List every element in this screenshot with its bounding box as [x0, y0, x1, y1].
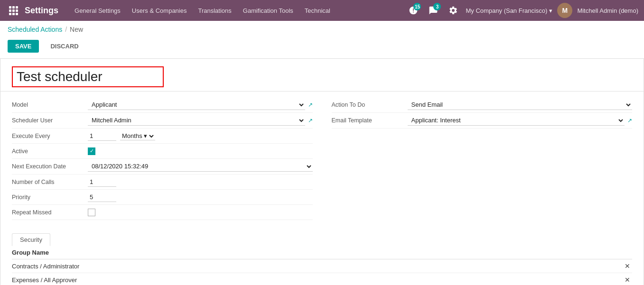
- svg-rect-5: [16, 9, 18, 12]
- nav-translations[interactable]: Translations: [193, 4, 236, 17]
- active-label: Active: [12, 148, 88, 155]
- number-of-calls-input[interactable]: [88, 177, 116, 187]
- svg-rect-3: [9, 9, 11, 12]
- svg-rect-6: [9, 13, 11, 15]
- form-right-col: Action To Do Send Email Email Template A…: [332, 97, 633, 220]
- table-header: Group Name: [12, 246, 632, 259]
- settings-badge[interactable]: [446, 3, 461, 18]
- execute-every-value: Months ▾: [88, 131, 313, 141]
- repeat-missed-value: [88, 209, 313, 216]
- form-section: Model Applicant ↗ Scheduler User Mitchel…: [0, 97, 644, 228]
- table-row: Expenses / All Approver ✕: [12, 273, 632, 285]
- action-to-do-row: Action To Do Send Email: [332, 97, 633, 113]
- repeat-missed-row: Repeat Missed: [12, 205, 313, 220]
- nav-general-settings[interactable]: General Settings: [70, 4, 125, 17]
- save-button[interactable]: SAVE: [8, 40, 39, 53]
- discard-button[interactable]: DISCARD: [43, 40, 86, 53]
- nav-users-companies[interactable]: Users & Companies: [127, 4, 192, 17]
- email-template-ext-link-icon[interactable]: ↗: [627, 117, 632, 124]
- navbar: Settings General Settings Users & Compan…: [0, 0, 644, 21]
- activity-badge[interactable]: 15: [406, 3, 421, 18]
- group-name-header: Group Name: [12, 249, 632, 256]
- model-label: Model: [12, 101, 88, 108]
- scheduler-user-value: Mitchell Admin ↗: [88, 115, 313, 126]
- breadcrumb-parent[interactable]: Scheduled Actions: [8, 26, 62, 33]
- remove-row-0-button[interactable]: ✕: [625, 262, 630, 270]
- group-name-1: Expenses / All Approver: [12, 276, 625, 284]
- repeat-missed-label: Repeat Missed: [12, 209, 88, 216]
- action-to-do-value: Send Email: [408, 100, 633, 110]
- group-name-0: Contracts / Administrator: [12, 263, 625, 270]
- app-brand: Settings: [25, 6, 58, 16]
- user-name[interactable]: Mitchell Admin (demo): [577, 7, 638, 14]
- svg-rect-0: [9, 6, 11, 9]
- navbar-right: 15 3 My Company (San Francisco) ▾ M Mitc…: [406, 3, 638, 18]
- message-badge[interactable]: 3: [426, 3, 441, 18]
- breadcrumb: Scheduled Actions / New: [0, 21, 644, 38]
- priority-row: Priority: [12, 190, 313, 205]
- nav-gamification-tools[interactable]: Gamification Tools: [238, 4, 298, 17]
- scheduler-user-row: Scheduler User Mitchell Admin ↗: [12, 113, 313, 129]
- priority-label: Priority: [12, 194, 88, 201]
- repeat-missed-checkbox[interactable]: [88, 209, 95, 216]
- user-avatar[interactable]: M: [557, 3, 572, 18]
- svg-rect-8: [16, 13, 18, 15]
- security-section: Security: [0, 228, 644, 246]
- execute-every-row: Execute Every Months ▾: [12, 129, 313, 144]
- active-checkbox[interactable]: ✓: [88, 147, 95, 155]
- scheduler-user-select[interactable]: Mitchell Admin: [88, 115, 305, 126]
- form-left-col: Model Applicant ↗ Scheduler User Mitchel…: [12, 97, 313, 220]
- svg-rect-2: [16, 6, 18, 9]
- next-execution-label: Next Execution Date: [12, 163, 88, 170]
- active-value: ✓: [88, 147, 313, 155]
- security-tab[interactable]: Security: [12, 233, 50, 246]
- execute-every-input[interactable]: [88, 131, 116, 141]
- execute-every-label: Execute Every: [12, 133, 88, 139]
- model-ext-link-icon[interactable]: ↗: [308, 101, 313, 108]
- priority-input[interactable]: [88, 193, 116, 202]
- number-of-calls-value: [88, 177, 313, 187]
- next-execution-row: Next Execution Date 08/12/2020 15:32:49: [12, 159, 313, 175]
- company-selector[interactable]: My Company (San Francisco) ▾: [466, 7, 552, 14]
- action-to-do-label: Action To Do: [332, 101, 408, 108]
- navbar-menu: General Settings Users & Companies Trans…: [70, 4, 406, 17]
- scheduler-user-label: Scheduler User: [12, 117, 88, 124]
- breadcrumb-current: New: [70, 26, 83, 33]
- activity-count: 15: [413, 3, 421, 10]
- email-template-select[interactable]: Applicant: Interest: [408, 115, 625, 126]
- svg-rect-1: [12, 6, 15, 9]
- execute-unit-select[interactable]: Months ▾: [120, 132, 155, 140]
- table-row: Contracts / Administrator ✕: [12, 259, 632, 273]
- apps-menu-button[interactable]: [6, 3, 21, 18]
- record-title-input[interactable]: [12, 66, 164, 87]
- priority-value: [88, 193, 313, 202]
- active-row: Active ✓: [12, 144, 313, 159]
- number-of-calls-label: Number of Calls: [12, 179, 88, 185]
- model-value: Applicant ↗: [88, 100, 313, 110]
- model-row: Model Applicant ↗: [12, 97, 313, 113]
- email-template-row: Email Template Applicant: Interest ↗: [332, 113, 633, 129]
- svg-rect-7: [12, 13, 15, 15]
- title-wrap: [0, 59, 644, 92]
- svg-rect-4: [12, 9, 15, 12]
- action-to-do-select[interactable]: Send Email: [408, 100, 633, 110]
- next-execution-select[interactable]: 08/12/2020 15:32:49: [88, 161, 313, 172]
- next-execution-value: 08/12/2020 15:32:49: [88, 161, 313, 172]
- action-bar: SAVE DISCARD: [0, 38, 644, 58]
- model-select[interactable]: Applicant: [88, 100, 305, 110]
- security-table: Group Name Contracts / Administrator ✕ E…: [0, 246, 644, 285]
- email-template-label: Email Template: [332, 117, 408, 124]
- number-of-calls-row: Number of Calls: [12, 175, 313, 190]
- scheduler-user-ext-link-icon[interactable]: ↗: [308, 117, 313, 124]
- message-count: 3: [433, 3, 441, 10]
- nav-technical[interactable]: Technical: [300, 4, 335, 17]
- breadcrumb-separator: /: [65, 26, 67, 33]
- main-content: Model Applicant ↗ Scheduler User Mitchel…: [0, 58, 644, 285]
- remove-row-1-button[interactable]: ✕: [625, 276, 630, 284]
- email-template-value: Applicant: Interest ↗: [408, 115, 633, 126]
